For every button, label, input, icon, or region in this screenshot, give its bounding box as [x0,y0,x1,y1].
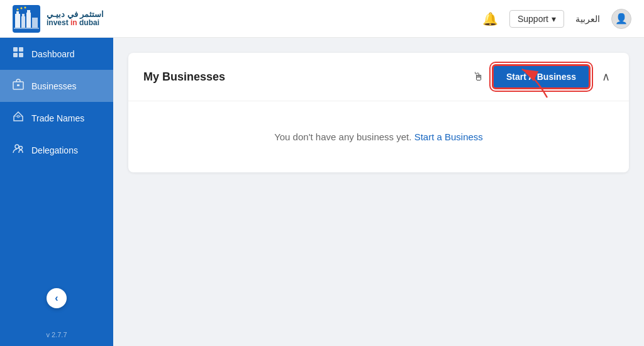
cursor-icon: 🖱 [473,70,484,84]
empty-message: You don't have any business yet. [274,131,411,142]
my-businesses-card: My Businesses 🖱 Start A Business ∧ You d… [128,53,629,172]
svg-rect-14 [13,53,18,57]
svg-rect-5 [26,13,31,28]
svg-rect-6 [27,10,30,13]
nav-right: 🔔 Support ▾ العربية 👤 [482,9,631,29]
sidebar: Dashboard Businesses Trade Names [0,38,113,346]
user-icon: 👤 [615,13,628,25]
svg-rect-4 [22,14,25,16]
card-header-right: 🖱 Start A Business ∧ [473,64,614,89]
dashboard-icon [13,47,24,61]
support-chevron-icon: ▾ [552,14,556,24]
trade-names-icon [13,111,24,125]
sidebar-businesses-label: Businesses [31,81,77,91]
arabic-language-button[interactable]: العربية [575,14,600,24]
start-business-link[interactable]: Start a Business [414,131,483,142]
start-business-button[interactable]: Start A Business [492,64,591,89]
sidebar-item-dashboard[interactable]: Dashboard [0,38,113,70]
main-content: My Businesses 🖱 Start A Business ∧ You d… [113,38,644,346]
sidebar-collapse-icon: ‹ [55,293,58,304]
svg-point-11 [25,6,26,8]
sidebar-item-businesses[interactable]: Businesses [0,70,113,102]
logo: استثمر في دبيـي invest in dubai [13,5,104,33]
svg-rect-3 [21,16,25,28]
logo-invest: invest [47,18,70,27]
sidebar-item-delegations[interactable]: Delegations [0,134,113,166]
svg-rect-12 [13,47,18,52]
support-label: Support [518,14,548,24]
businesses-icon [13,79,24,93]
logo-english-text: invest in dubai [47,19,104,27]
card-header: My Businesses 🖱 Start A Business ∧ [128,53,629,101]
card-body: You don't have any business yet. Start a… [128,101,629,172]
svg-point-20 [19,147,23,150]
svg-rect-8 [14,28,39,29]
support-button[interactable]: Support ▾ [509,10,564,28]
notification-bell-icon[interactable]: 🔔 [482,11,498,26]
logo-in: in [70,18,79,27]
card-title: My Businesses [143,70,225,84]
logo-arabic-text: استثمر في دبيـي [47,10,104,19]
svg-rect-17 [17,84,19,86]
sidebar-dashboard-label: Dashboard [31,49,75,59]
sidebar-item-trade-names[interactable]: Trade Names [0,102,113,134]
body-area: Dashboard Businesses Trade Names [0,38,644,346]
sidebar-version: v 2.7.7 [0,331,113,338]
svg-rect-13 [19,47,23,52]
card-collapse-chevron-icon[interactable]: ∧ [598,69,614,85]
sidebar-collapse-button[interactable]: ‹ [47,288,67,308]
svg-point-10 [21,7,23,9]
logo-dubai: dubai [79,18,99,27]
logo-text: استثمر في دبيـي invest in dubai [47,10,104,27]
sidebar-trade-names-label: Trade Names [31,113,84,123]
svg-rect-1 [15,14,20,28]
delegations-icon [13,143,24,157]
svg-rect-15 [19,53,23,57]
topnav: استثمر في دبيـي invest in dubai 🔔 Suppor… [0,0,644,38]
svg-rect-7 [32,18,38,28]
svg-point-9 [17,8,19,10]
svg-point-19 [15,145,19,148]
sidebar-delegations-label: Delegations [31,145,78,155]
svg-rect-2 [16,11,19,14]
user-avatar[interactable]: 👤 [611,9,631,29]
logo-icon [13,5,40,33]
